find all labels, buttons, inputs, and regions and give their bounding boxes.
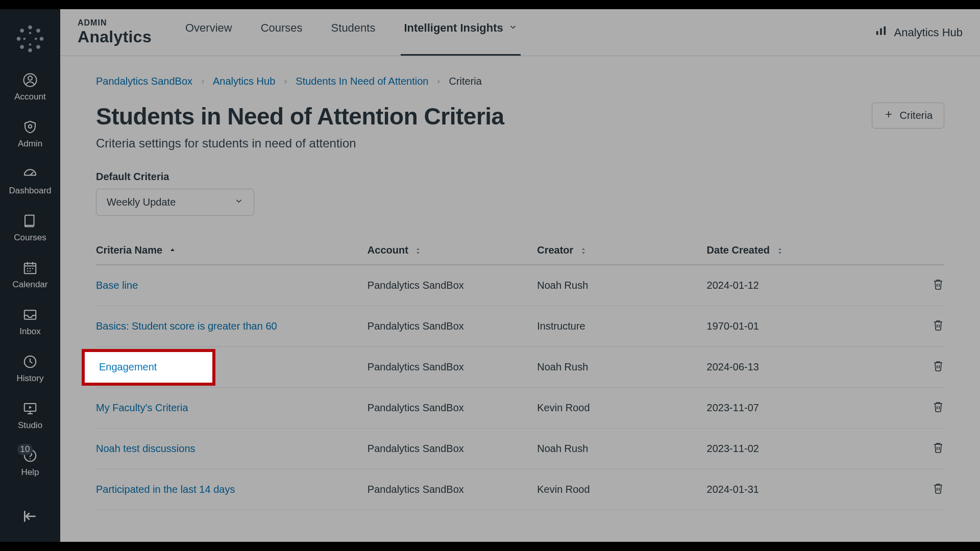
bar-chart-icon [874,26,888,40]
sidebar-item-label: Courses [14,233,46,243]
inbox-icon [21,306,39,323]
cell-account: Pandalytics SandBox [368,347,537,388]
criteria-name-link[interactable]: My Faculty's Criteria [96,402,188,413]
col-criteria-name[interactable]: Criteria Name [96,236,368,265]
svg-rect-22 [880,28,883,35]
tab-students[interactable]: Students [328,9,379,56]
page-title: Students in Need of Attention Criteria [96,103,504,130]
trash-icon[interactable] [932,441,944,454]
tab-intelligent-insights[interactable]: Intelligent Insights [401,9,520,56]
svg-point-20 [30,458,31,459]
svg-point-13 [28,76,32,80]
highlight-callout: Engagement [82,349,215,386]
trash-icon[interactable] [932,400,944,413]
plus-icon [884,109,894,122]
sidebar-item-label: Studio [18,420,42,431]
cell-account: Pandalytics SandBox [368,469,537,510]
cell-date: 2023-11-02 [707,429,876,469]
sidebar-item-label: Dashboard [9,186,51,196]
sort-icon [580,247,586,255]
sidebar-item-courses[interactable]: Courses [14,212,46,243]
add-criteria-button[interactable]: Criteria [872,103,944,129]
sidebar-item-help[interactable]: 10 Help [21,447,39,478]
cell-account: Pandalytics SandBox [368,306,537,347]
table-row: EngagementPandalytics SandBoxNoah Rush20… [96,347,944,388]
trash-icon[interactable] [932,482,944,495]
svg-point-8 [29,32,32,34]
sidebar-item-studio[interactable]: Studio [18,400,42,431]
svg-point-11 [35,38,37,40]
chevron-right-icon [200,76,206,87]
cell-date: 1970-01-01 [707,306,876,347]
table-row: Noah test discussionsPandalytics SandBox… [96,429,944,469]
collapse-sidebar-button[interactable] [22,508,38,527]
sidebar-item-account[interactable]: Account [14,71,45,102]
breadcrumb: Pandalytics SandBox Analytics Hub Studen… [96,76,944,87]
chevron-right-icon [282,76,288,87]
svg-point-3 [40,37,44,41]
trash-icon[interactable] [932,278,944,291]
sidebar-item-calendar[interactable]: Calendar [13,259,48,290]
criteria-table: Criteria Name Account Creator Date [96,236,944,510]
svg-point-4 [20,29,24,33]
svg-point-0 [28,26,32,30]
criteria-name-link[interactable]: Participated in the last 14 days [96,484,235,495]
col-date-created[interactable]: Date Created [707,236,876,265]
cell-creator: Instructure [537,306,706,347]
criteria-name-link[interactable]: Noah test discussions [96,443,195,454]
trash-icon[interactable] [932,318,944,332]
breadcrumb-link-2[interactable]: Analytics Hub [213,76,275,87]
main-area: ADMIN Analytics Overview Courses Student… [60,9,980,542]
svg-point-1 [28,48,32,53]
svg-point-5 [36,29,40,33]
col-account[interactable]: Account [368,236,537,265]
svg-rect-16 [24,310,36,319]
cell-date: 2023-11-07 [707,388,876,429]
table-row: Basics: Student score is greater than 60… [96,306,944,347]
default-criteria-select[interactable]: Weekly Update [96,189,254,216]
table-row: Base linePandalytics SandBoxNoah Rush202… [96,265,944,306]
sort-icon [415,247,421,255]
page-content: Pandalytics SandBox Analytics Hub Studen… [60,56,980,510]
cell-account: Pandalytics SandBox [368,265,537,306]
gauge-icon [21,165,39,183]
cell-account: Pandalytics SandBox [368,388,537,429]
sidebar-item-label: Admin [18,139,42,149]
book-icon [21,212,39,230]
criteria-name-link[interactable]: Base line [96,280,138,291]
top-bar: ADMIN Analytics Overview Courses Student… [60,9,980,56]
svg-point-2 [17,37,21,41]
breadcrumb-link-1[interactable]: Pandalytics SandBox [96,76,192,87]
highlighted-criteria-link[interactable]: Engagement [99,361,157,373]
default-criteria-label: Default Criteria [96,171,944,183]
clock-icon [21,353,39,370]
chevron-right-icon [435,76,442,87]
cell-date: 2024-06-13 [707,347,876,388]
sidebar-item-inbox[interactable]: Inbox [19,306,41,337]
app-logo [15,23,45,54]
tab-overview[interactable]: Overview [182,9,235,56]
sidebar-item-label: Account [14,92,45,102]
chevron-down-icon [508,21,518,35]
svg-rect-23 [884,26,886,35]
brand-large: Analytics [78,28,152,46]
tab-courses[interactable]: Courses [258,9,306,56]
breadcrumb-link-3[interactable]: Students In Need of Attention [296,76,428,87]
sidebar-item-label: History [17,373,44,384]
sidebar-item-history[interactable]: History [17,353,44,384]
table-row: My Faculty's CriteriaPandalytics SandBox… [96,388,944,429]
breadcrumb-current: Criteria [449,76,481,87]
cell-creator: Noah Rush [537,429,706,469]
monitor-play-icon [21,400,39,417]
sidebar-item-dashboard[interactable]: Dashboard [9,165,51,196]
sidebar-item-admin[interactable]: Admin [18,118,42,149]
svg-point-10 [23,38,26,40]
col-creator[interactable]: Creator [537,236,706,265]
sidebar-item-label: Inbox [19,327,41,337]
sidebar-item-label: Help [21,467,39,478]
cell-creator: Kevin Rood [537,469,706,510]
criteria-name-link[interactable]: Basics: Student score is greater than 60 [96,320,277,332]
sidebar-item-label: Calendar [13,280,48,290]
trash-icon[interactable] [932,359,944,372]
analytics-hub-link[interactable]: Analytics Hub [874,26,963,40]
